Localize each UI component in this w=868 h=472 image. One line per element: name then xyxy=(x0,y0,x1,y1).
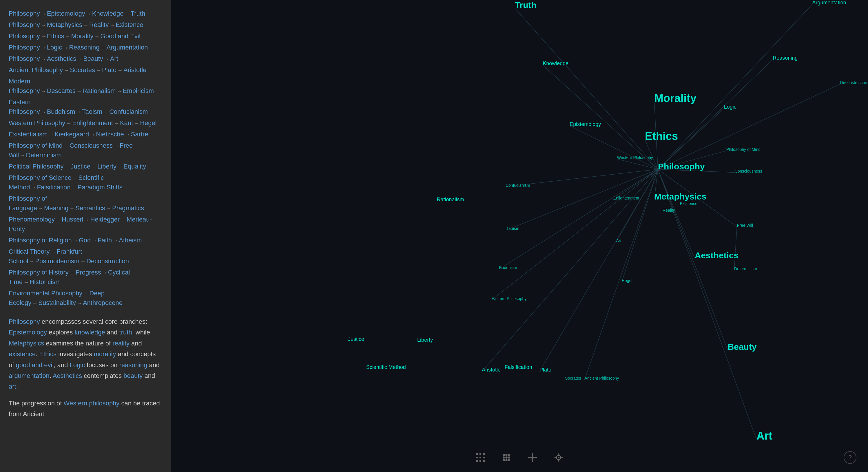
link-morality[interactable]: morality xyxy=(94,350,116,357)
breadcrumb-link[interactable]: Historicism xyxy=(30,278,61,285)
breadcrumb-link[interactable]: Logic xyxy=(47,44,62,51)
breadcrumb-link[interactable]: Truth xyxy=(131,10,146,17)
graph-node-label[interactable]: Philosophy xyxy=(658,162,705,171)
link-epistemology[interactable]: Epistemology xyxy=(9,329,47,336)
breadcrumb-link[interactable]: Phenomenology xyxy=(9,216,55,223)
graph-node-label[interactable]: Liberty xyxy=(417,337,433,343)
breadcrumb-link[interactable]: Reasoning xyxy=(69,44,99,51)
breadcrumb-link[interactable]: Kierkegaard xyxy=(55,131,89,138)
link-truth[interactable]: truth xyxy=(119,329,132,336)
breadcrumb-link[interactable]: Argumentation xyxy=(106,44,148,51)
breadcrumb-link[interactable]: Hegel xyxy=(140,119,156,127)
breadcrumb-link[interactable]: Kant xyxy=(120,119,133,127)
dots-icon[interactable] xyxy=(501,452,512,463)
graph-node-label[interactable]: Beauty xyxy=(728,342,757,351)
graph-node-label[interactable]: Morality xyxy=(654,92,696,104)
breadcrumb-link[interactable]: Metaphysics xyxy=(47,21,82,28)
breadcrumb-link[interactable]: Political Philosophy xyxy=(9,163,64,170)
graph-node-label[interactable]: Logic xyxy=(724,104,737,110)
graph-node-label[interactable]: Art xyxy=(756,430,772,442)
breadcrumb-link[interactable]: Ethics xyxy=(47,32,64,40)
graph-node-label[interactable]: Eastern Philosophy xyxy=(492,296,527,301)
breadcrumb-link[interactable]: Progress xyxy=(75,269,101,276)
link-good-evil[interactable]: good and evil xyxy=(16,361,54,369)
graph-node-label[interactable]: Knowledge xyxy=(542,61,568,66)
breadcrumb-link[interactable]: Philosophy of Mind xyxy=(9,142,63,149)
graph-node-label[interactable]: Buddhism xyxy=(499,265,517,270)
graph-node-label[interactable]: Taoism xyxy=(506,226,519,231)
graph-node-label[interactable]: Metaphysics xyxy=(654,192,706,201)
breadcrumb-link[interactable]: Philosophy xyxy=(9,10,40,17)
graph-node-label[interactable]: Art xyxy=(616,238,621,243)
breadcrumb-link[interactable]: Epistemology xyxy=(47,10,85,17)
graph-node-label[interactable]: Existence xyxy=(680,201,698,206)
graph-node-label[interactable]: Falsification xyxy=(505,364,532,370)
breadcrumb-link[interactable]: Consciousness xyxy=(69,142,113,149)
breadcrumb-link[interactable]: Socrates xyxy=(70,66,95,73)
breadcrumb-link[interactable]: Buddhism xyxy=(47,108,75,115)
breadcrumb-link[interactable]: Deconstruction xyxy=(86,257,129,265)
link-metaphysics[interactable]: Metaphysics xyxy=(9,340,44,347)
graph-node-label[interactable]: Ethics xyxy=(645,130,678,142)
cross-icon[interactable] xyxy=(527,452,538,463)
breadcrumb-link[interactable]: Knowledge xyxy=(92,10,124,17)
link-logic[interactable]: Logic xyxy=(69,361,85,369)
graph-node-label[interactable]: Scientific Method xyxy=(366,364,406,370)
link-reasoning[interactable]: reasoning xyxy=(119,361,148,369)
breadcrumb-link[interactable]: Art xyxy=(110,55,118,62)
breadcrumb-link[interactable]: Sartre xyxy=(131,131,148,138)
breadcrumb-link[interactable]: Falsification xyxy=(37,184,70,191)
breadcrumb-link[interactable]: Philosophy xyxy=(9,55,40,62)
graph-node-label[interactable]: Deconstruction xyxy=(840,80,867,85)
graph-node-label[interactable]: Ancient Philosophy xyxy=(585,376,619,380)
graph-node-label[interactable]: Argumentation xyxy=(812,0,846,5)
breadcrumb-link[interactable]: Philosophy xyxy=(9,21,40,28)
graph-node-label[interactable]: Reasoning xyxy=(773,55,798,61)
breadcrumb-link[interactable]: Paradigm Shifts xyxy=(78,184,123,191)
breadcrumb-link[interactable]: Empiricism xyxy=(123,87,154,94)
graph-nodes[interactable]: TruthArgumentationReasoningKnowledgeMora… xyxy=(348,0,867,442)
breadcrumb-link[interactable]: Plato xyxy=(102,66,117,73)
graph-node-label[interactable]: Free Will xyxy=(737,223,753,228)
breadcrumb-link[interactable]: Existence xyxy=(116,21,143,28)
graph-node-label[interactable]: Hegel xyxy=(622,278,632,283)
graph-node-label[interactable]: Aristotle xyxy=(482,367,501,373)
knowledge-graph[interactable]: TruthArgumentationReasoningKnowledgeMora… xyxy=(171,0,868,472)
breadcrumb-link[interactable]: Philosophy xyxy=(9,32,40,40)
grid-icon[interactable] xyxy=(474,452,486,463)
breadcrumb-link[interactable]: Taoism xyxy=(82,108,102,115)
breadcrumb-link[interactable]: Sustainability xyxy=(38,299,76,306)
breadcrumb-link[interactable]: Confucianism xyxy=(109,108,148,115)
breadcrumb-link[interactable]: Environmental Philosophy xyxy=(9,290,82,297)
graph-node-label[interactable]: Aesthetics xyxy=(695,250,739,260)
graph-node-label[interactable]: Socrates xyxy=(565,376,581,380)
breadcrumb-link[interactable]: Semantics xyxy=(75,204,105,212)
link-aesthetics[interactable]: Aesthetics xyxy=(53,372,82,379)
breadcrumb-link[interactable]: Reality xyxy=(89,21,108,28)
breadcrumb-link[interactable]: Atheism xyxy=(119,237,142,244)
breadcrumb-link[interactable]: Pragmatics xyxy=(112,204,144,212)
breadcrumb-link[interactable]: Faith xyxy=(98,237,112,244)
graph-node-label[interactable]: Confucianism xyxy=(505,183,530,188)
graph-node-label[interactable]: Plato xyxy=(539,367,551,373)
breadcrumb-link[interactable]: Beauty xyxy=(83,55,103,62)
breadcrumb-link[interactable]: Existentialism xyxy=(9,131,48,138)
graph-node-label[interactable]: Philosophy of Mind xyxy=(726,147,761,152)
breadcrumb-link[interactable]: Modern Philosophy xyxy=(9,77,40,94)
breadcrumb-link[interactable]: Western Philosophy xyxy=(9,119,65,127)
breadcrumb-link[interactable]: Husserl xyxy=(62,216,84,223)
breadcrumb-link[interactable]: Equality xyxy=(123,163,146,170)
link-philosophy[interactable]: Philosophy xyxy=(9,318,40,325)
breadcrumb-link[interactable]: Determinism xyxy=(26,152,61,159)
breadcrumb-link[interactable]: Eastern Philosophy xyxy=(9,98,40,115)
breadcrumb-link[interactable]: Philosophy of Religion xyxy=(9,237,72,244)
breadcrumb-link[interactable]: Anthropocene xyxy=(83,299,123,306)
breadcrumb-link[interactable]: Good and Evil xyxy=(100,32,141,40)
graph-node-label[interactable]: Rationalism xyxy=(437,197,464,202)
breadcrumb-link[interactable]: Descartes xyxy=(47,87,75,94)
move-icon[interactable] xyxy=(553,452,564,463)
breadcrumb-link[interactable]: Aristotle xyxy=(123,66,146,73)
breadcrumb-link[interactable]: Enlightenment xyxy=(72,119,113,127)
graph-node-label[interactable]: Truth xyxy=(515,0,536,10)
breadcrumb-link[interactable]: Philosophy of History xyxy=(9,269,69,276)
